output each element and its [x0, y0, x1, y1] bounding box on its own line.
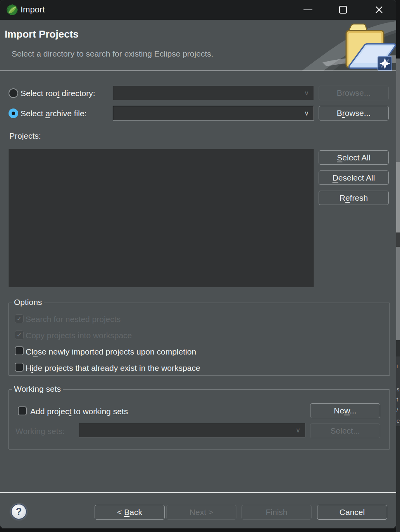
wizard-banner: Import Projects Select a directory to se… [0, 20, 396, 71]
chevron-down-icon[interactable]: ∨ [300, 86, 314, 100]
edge-segment [396, 247, 400, 340]
finish-button[interactable]: Finish [241, 505, 312, 520]
back-button[interactable]: < Back [95, 505, 165, 520]
projects-label: Projects: [9, 131, 41, 141]
edge-letter: e [397, 417, 400, 424]
root-directory-combo[interactable]: ∨ [113, 86, 314, 100]
screen: Import I [0, 0, 400, 532]
spring-leaf-icon [6, 4, 18, 16]
page-subtitle: Select a directory to search for existin… [12, 49, 214, 59]
minimize-icon [303, 9, 312, 10]
browse-root-button[interactable]: Browse... [319, 86, 389, 100]
radio-select-archive-file[interactable] [9, 108, 18, 118]
edge-segment [396, 59, 400, 162]
chevron-down-icon[interactable]: ∨ [291, 423, 305, 437]
chevron-down-icon[interactable]: ∨ [300, 106, 314, 120]
edge-segment [396, 232, 400, 247]
minimize-button[interactable] [297, 0, 319, 19]
checkbox-add-to-working-sets[interactable] [18, 406, 27, 415]
radio-root-label[interactable]: Select root directory: [21, 89, 95, 98]
help-button[interactable]: ? [11, 504, 27, 520]
copy-projects-label: Copy projects into workspace [26, 331, 132, 340]
search-nested-label: Search for nested projects [26, 315, 121, 324]
browse-archive-button[interactable]: Browse... [319, 106, 389, 121]
working-sets-label: Working sets: [16, 427, 65, 436]
close-icon [374, 5, 384, 14]
edge-letter: / [397, 406, 398, 413]
footer-separator [0, 492, 396, 493]
checkbox-hide-existing[interactable] [15, 363, 24, 372]
edge-letter: i [397, 363, 398, 369]
open-folder-import-icon [299, 20, 396, 71]
cancel-button[interactable]: Cancel [317, 505, 387, 520]
background-window-sliver [396, 0, 400, 532]
maximize-icon [339, 6, 347, 14]
archive-file-combo[interactable]: ∨ [113, 106, 314, 121]
options-legend: Options [12, 298, 44, 307]
titlebar[interactable]: Import [0, 0, 396, 20]
check-icon: ✓ [17, 315, 22, 322]
new-working-set-button[interactable]: New... [310, 403, 380, 418]
edge-letter: t [397, 396, 398, 403]
next-button[interactable]: Next > [166, 505, 236, 520]
window-title: Import [21, 5, 45, 15]
question-icon: ? [16, 506, 22, 518]
select-all-button[interactable]: Select All [319, 150, 389, 165]
radio-archive-label[interactable]: Select archive file: [21, 109, 86, 118]
hide-existing-label[interactable]: Hide projects that already exist in the … [26, 363, 200, 373]
working-sets-legend: Working sets [12, 384, 63, 394]
projects-list[interactable] [9, 149, 314, 287]
select-working-set-button[interactable]: Select... [310, 424, 380, 438]
check-icon: ✓ [17, 331, 22, 339]
close-button[interactable] [368, 0, 390, 19]
deselect-all-button[interactable]: Deselect All [319, 170, 389, 185]
edge-segment [396, 162, 400, 232]
checkbox-close-imported[interactable] [15, 346, 24, 355]
refresh-button[interactable]: Refresh [319, 191, 389, 205]
checkbox-search-nested: ✓ [15, 314, 24, 323]
working-sets-combo[interactable]: ∨ [79, 423, 305, 437]
page-title: Import Projects [5, 28, 79, 40]
add-to-working-sets-label[interactable]: Add project to working sets [30, 407, 128, 416]
import-dialog: Import I [0, 0, 396, 528]
edge-letter: s [397, 386, 400, 393]
maximize-button[interactable] [332, 0, 354, 19]
working-sets-group: Working sets [9, 389, 390, 449]
checkbox-copy-projects: ✓ [15, 331, 24, 339]
close-imported-label[interactable]: Close newly imported projects upon compl… [26, 347, 196, 356]
radio-select-root-directory[interactable] [9, 88, 18, 98]
